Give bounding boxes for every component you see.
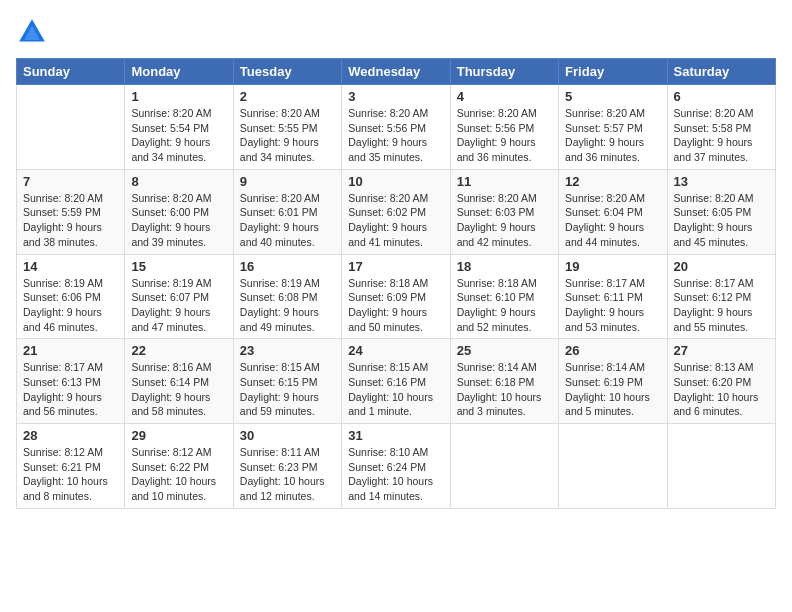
day-number: 29 [131,428,226,443]
calendar-cell: 3Sunrise: 8:20 AMSunset: 5:56 PMDaylight… [342,85,450,170]
week-row-5: 28Sunrise: 8:12 AMSunset: 6:21 PMDayligh… [17,424,776,509]
calendar-cell: 29Sunrise: 8:12 AMSunset: 6:22 PMDayligh… [125,424,233,509]
week-row-2: 7Sunrise: 8:20 AMSunset: 5:59 PMDaylight… [17,169,776,254]
weekday-header-tuesday: Tuesday [233,59,341,85]
day-info: Sunrise: 8:14 AMSunset: 6:19 PMDaylight:… [565,360,660,419]
calendar-cell: 23Sunrise: 8:15 AMSunset: 6:15 PMDayligh… [233,339,341,424]
day-number: 4 [457,89,552,104]
calendar-cell: 22Sunrise: 8:16 AMSunset: 6:14 PMDayligh… [125,339,233,424]
week-row-3: 14Sunrise: 8:19 AMSunset: 6:06 PMDayligh… [17,254,776,339]
calendar-table: SundayMondayTuesdayWednesdayThursdayFrid… [16,58,776,509]
day-info: Sunrise: 8:19 AMSunset: 6:08 PMDaylight:… [240,276,335,335]
day-number: 9 [240,174,335,189]
day-number: 1 [131,89,226,104]
day-info: Sunrise: 8:18 AMSunset: 6:09 PMDaylight:… [348,276,443,335]
calendar-cell: 24Sunrise: 8:15 AMSunset: 6:16 PMDayligh… [342,339,450,424]
day-number: 8 [131,174,226,189]
calendar-cell: 18Sunrise: 8:18 AMSunset: 6:10 PMDayligh… [450,254,558,339]
day-number: 3 [348,89,443,104]
calendar-cell: 28Sunrise: 8:12 AMSunset: 6:21 PMDayligh… [17,424,125,509]
calendar-cell: 26Sunrise: 8:14 AMSunset: 6:19 PMDayligh… [559,339,667,424]
calendar-cell [667,424,775,509]
day-number: 24 [348,343,443,358]
day-info: Sunrise: 8:12 AMSunset: 6:22 PMDaylight:… [131,445,226,504]
day-info: Sunrise: 8:14 AMSunset: 6:18 PMDaylight:… [457,360,552,419]
weekday-header-thursday: Thursday [450,59,558,85]
day-number: 12 [565,174,660,189]
weekday-header-saturday: Saturday [667,59,775,85]
page-header [16,16,776,48]
weekday-header-sunday: Sunday [17,59,125,85]
weekday-header-row: SundayMondayTuesdayWednesdayThursdayFrid… [17,59,776,85]
day-number: 19 [565,259,660,274]
calendar-cell [450,424,558,509]
day-info: Sunrise: 8:20 AMSunset: 6:03 PMDaylight:… [457,191,552,250]
calendar-cell: 20Sunrise: 8:17 AMSunset: 6:12 PMDayligh… [667,254,775,339]
day-info: Sunrise: 8:17 AMSunset: 6:11 PMDaylight:… [565,276,660,335]
calendar-cell: 2Sunrise: 8:20 AMSunset: 5:55 PMDaylight… [233,85,341,170]
calendar-cell: 16Sunrise: 8:19 AMSunset: 6:08 PMDayligh… [233,254,341,339]
day-info: Sunrise: 8:20 AMSunset: 5:59 PMDaylight:… [23,191,118,250]
calendar-cell: 1Sunrise: 8:20 AMSunset: 5:54 PMDaylight… [125,85,233,170]
calendar-cell: 30Sunrise: 8:11 AMSunset: 6:23 PMDayligh… [233,424,341,509]
day-info: Sunrise: 8:20 AMSunset: 5:58 PMDaylight:… [674,106,769,165]
calendar-cell: 12Sunrise: 8:20 AMSunset: 6:04 PMDayligh… [559,169,667,254]
day-info: Sunrise: 8:16 AMSunset: 6:14 PMDaylight:… [131,360,226,419]
day-number: 6 [674,89,769,104]
day-info: Sunrise: 8:20 AMSunset: 6:02 PMDaylight:… [348,191,443,250]
day-info: Sunrise: 8:20 AMSunset: 5:56 PMDaylight:… [348,106,443,165]
calendar-cell: 13Sunrise: 8:20 AMSunset: 6:05 PMDayligh… [667,169,775,254]
day-info: Sunrise: 8:20 AMSunset: 5:56 PMDaylight:… [457,106,552,165]
calendar-cell: 9Sunrise: 8:20 AMSunset: 6:01 PMDaylight… [233,169,341,254]
day-number: 23 [240,343,335,358]
day-number: 5 [565,89,660,104]
day-number: 17 [348,259,443,274]
day-info: Sunrise: 8:12 AMSunset: 6:21 PMDaylight:… [23,445,118,504]
logo [16,16,52,48]
day-number: 18 [457,259,552,274]
day-info: Sunrise: 8:20 AMSunset: 6:04 PMDaylight:… [565,191,660,250]
day-info: Sunrise: 8:11 AMSunset: 6:23 PMDaylight:… [240,445,335,504]
day-info: Sunrise: 8:10 AMSunset: 6:24 PMDaylight:… [348,445,443,504]
day-number: 28 [23,428,118,443]
day-info: Sunrise: 8:13 AMSunset: 6:20 PMDaylight:… [674,360,769,419]
day-info: Sunrise: 8:20 AMSunset: 5:55 PMDaylight:… [240,106,335,165]
calendar-cell: 21Sunrise: 8:17 AMSunset: 6:13 PMDayligh… [17,339,125,424]
calendar-cell [17,85,125,170]
logo-icon [16,16,48,48]
calendar-cell: 8Sunrise: 8:20 AMSunset: 6:00 PMDaylight… [125,169,233,254]
calendar-cell: 10Sunrise: 8:20 AMSunset: 6:02 PMDayligh… [342,169,450,254]
day-number: 13 [674,174,769,189]
calendar-cell: 31Sunrise: 8:10 AMSunset: 6:24 PMDayligh… [342,424,450,509]
weekday-header-friday: Friday [559,59,667,85]
day-number: 20 [674,259,769,274]
day-info: Sunrise: 8:20 AMSunset: 6:05 PMDaylight:… [674,191,769,250]
calendar-cell: 5Sunrise: 8:20 AMSunset: 5:57 PMDaylight… [559,85,667,170]
calendar-cell: 7Sunrise: 8:20 AMSunset: 5:59 PMDaylight… [17,169,125,254]
week-row-4: 21Sunrise: 8:17 AMSunset: 6:13 PMDayligh… [17,339,776,424]
calendar-cell [559,424,667,509]
day-info: Sunrise: 8:15 AMSunset: 6:15 PMDaylight:… [240,360,335,419]
week-row-1: 1Sunrise: 8:20 AMSunset: 5:54 PMDaylight… [17,85,776,170]
day-number: 26 [565,343,660,358]
day-info: Sunrise: 8:19 AMSunset: 6:07 PMDaylight:… [131,276,226,335]
day-info: Sunrise: 8:18 AMSunset: 6:10 PMDaylight:… [457,276,552,335]
day-number: 2 [240,89,335,104]
day-number: 22 [131,343,226,358]
calendar-cell: 27Sunrise: 8:13 AMSunset: 6:20 PMDayligh… [667,339,775,424]
day-number: 14 [23,259,118,274]
day-number: 21 [23,343,118,358]
day-info: Sunrise: 8:20 AMSunset: 6:01 PMDaylight:… [240,191,335,250]
day-info: Sunrise: 8:19 AMSunset: 6:06 PMDaylight:… [23,276,118,335]
calendar-cell: 11Sunrise: 8:20 AMSunset: 6:03 PMDayligh… [450,169,558,254]
calendar-cell: 17Sunrise: 8:18 AMSunset: 6:09 PMDayligh… [342,254,450,339]
day-info: Sunrise: 8:17 AMSunset: 6:12 PMDaylight:… [674,276,769,335]
day-number: 30 [240,428,335,443]
calendar-cell: 19Sunrise: 8:17 AMSunset: 6:11 PMDayligh… [559,254,667,339]
day-info: Sunrise: 8:17 AMSunset: 6:13 PMDaylight:… [23,360,118,419]
day-number: 10 [348,174,443,189]
calendar-cell: 4Sunrise: 8:20 AMSunset: 5:56 PMDaylight… [450,85,558,170]
weekday-header-wednesday: Wednesday [342,59,450,85]
day-number: 11 [457,174,552,189]
day-number: 27 [674,343,769,358]
